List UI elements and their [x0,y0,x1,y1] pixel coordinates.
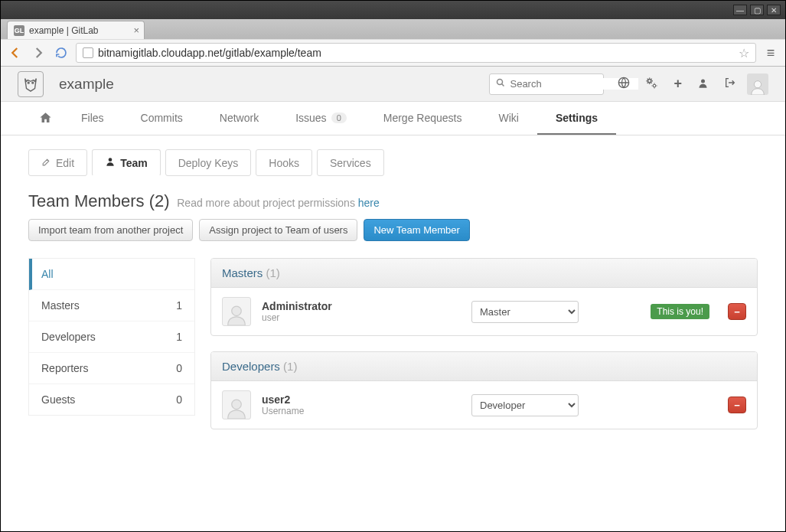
subtab-deploy-keys[interactable]: Deploy Keys [165,149,252,176]
panel-count: (1) [283,360,297,373]
window-close-button[interactable]: ✕ [767,5,781,15]
nav-commits[interactable]: Commits [122,102,201,135]
nav-network[interactable]: Network [201,102,277,135]
browser-menu-icon[interactable]: ≡ [762,45,779,61]
nav-issues[interactable]: Issues0 [277,102,365,135]
filter-developers[interactable]: Developers 1 [29,321,194,353]
page-title: Team Members [28,191,145,211]
nav-home[interactable] [28,102,63,135]
member-username: Username [262,406,461,416]
assign-team-button[interactable]: Assign project to Team of users [199,219,357,241]
member-username: user [262,312,461,323]
header-search[interactable] [489,73,604,95]
content-area: Edit Team Deploy Keys Hooks Services Tea… [1,135,785,460]
filter-label: Developers [41,331,96,343]
nav-merge-requests[interactable]: Merge Requests [365,102,481,135]
panel-developers: Developers (1) user2 Username [210,351,758,429]
tab-close-icon[interactable]: × [133,24,139,36]
edit-icon [41,157,51,169]
filter-all[interactable]: All [29,259,194,290]
subtab-edit[interactable]: Edit [28,149,87,176]
main-columns: All Masters 1 Developers 1 Reporters 0 [28,258,758,429]
permissions-link[interactable]: here [358,197,380,209]
browser-tab[interactable]: GL example | GitLab × [7,21,145,39]
page-icon [83,47,93,58]
subtab-services[interactable]: Services [317,149,384,176]
browser-url-bar[interactable]: ☆ [76,43,756,63]
browser-url-input[interactable] [98,47,734,59]
browser-forward-button[interactable] [30,44,47,61]
member-role-select[interactable]: Developer [471,394,579,416]
svg-point-7 [754,80,761,87]
browser-chrome: GL example | GitLab × ☆ ≡ [1,19,785,67]
member-role-select-wrap: Master [471,301,579,323]
member-name[interactable]: user2 [262,393,461,406]
panel-masters: Masters (1) Administrator user [210,258,758,336]
gitlab-header: example + [1,67,785,102]
nav-wiki[interactable]: Wiki [480,102,537,135]
bookmark-star-icon[interactable]: ☆ [739,46,749,60]
member-role-select-wrap: Developer [471,394,579,416]
globe-icon[interactable] [618,77,630,91]
header-icons: + [618,76,736,92]
member-role-select[interactable]: Master [471,301,579,323]
member-count: (2) [149,191,170,211]
member-panels: Masters (1) Administrator user [210,258,758,429]
member-name[interactable]: Administrator [262,300,461,312]
browser-back-button[interactable] [7,44,24,61]
subtab-team-label: Team [120,157,148,169]
browser-toolbar: ☆ ≡ [1,39,785,67]
svg-point-1 [32,82,34,83]
member-info: user2 Username [262,393,461,416]
subtab-team[interactable]: Team [92,149,161,176]
filter-count: 0 [176,362,182,374]
subtab-edit-label: Edit [56,157,74,169]
team-icon [105,156,116,169]
gears-icon[interactable] [645,77,658,92]
tab-title: example | GitLab [29,25,99,36]
nav-files[interactable]: Files [63,102,122,135]
svg-point-2 [497,80,503,85]
browser-reload-button[interactable] [53,44,70,61]
window-maximize-button[interactable]: ▢ [750,5,764,15]
svg-point-8 [109,158,113,162]
panel-head: Developers (1) [211,352,757,381]
issues-count-badge: 0 [331,113,347,123]
filter-guests[interactable]: Guests 0 [29,384,194,415]
page-content: example + [1,67,785,531]
gitlab-logo[interactable] [18,71,44,97]
svg-point-9 [232,306,242,316]
panel-body: user2 Username Developer [211,381,757,429]
member-avatar [222,390,251,419]
filter-reporters[interactable]: Reporters 0 [29,353,194,384]
nav-settings[interactable]: Settings [537,102,616,135]
remove-member-button[interactable]: − [728,303,746,320]
window-minimize-button[interactable]: — [733,5,747,15]
this-is-you-badge: This is you! [651,304,709,319]
signout-icon[interactable] [724,77,736,91]
remove-member-button[interactable]: − [728,397,746,413]
filter-label: Masters [41,299,80,312]
member-row: user2 Username Developer [222,390,746,419]
project-nav: Files Commits Network Issues0 Merge Requ… [1,102,785,135]
import-team-button[interactable]: Import team from another project [28,219,193,241]
panel-title: Masters [222,266,263,279]
member-avatar [222,297,251,326]
minus-icon: − [734,306,740,318]
filter-count: 0 [176,393,182,406]
user-avatar[interactable] [747,73,768,95]
user-icon[interactable] [697,77,709,91]
os-window: — ▢ ✕ GL example | GitLab × ☆ [0,0,786,532]
svg-point-6 [701,79,705,83]
page-heading: Team Members (2) Read more about project… [28,191,380,211]
svg-point-10 [232,400,242,410]
search-icon [496,78,505,90]
plus-icon[interactable]: + [673,76,682,92]
subtab-deploy-keys-label: Deploy Keys [178,157,239,169]
page-heading-row: Team Members (2) Read more about project… [28,191,758,241]
svg-point-0 [28,82,29,83]
subtab-hooks[interactable]: Hooks [256,149,312,176]
filter-masters[interactable]: Masters 1 [29,290,194,321]
panel-title: Developers [222,360,280,373]
new-team-member-button[interactable]: New Team Member [364,219,469,241]
